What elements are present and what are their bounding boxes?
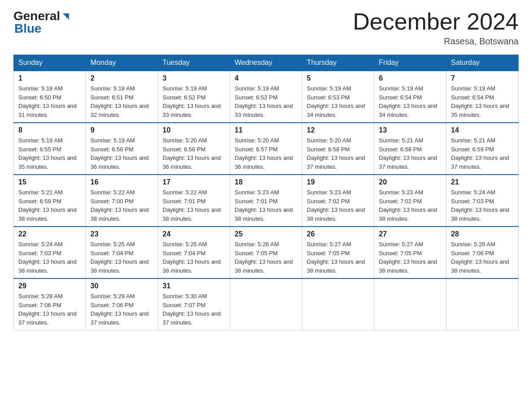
day-info: Sunrise: 5:21 AMSunset: 6:58 PMDaylight:…: [379, 137, 437, 170]
title-area: December 2024 Rasesa, Botswana: [353, 9, 519, 47]
day-info: Sunrise: 5:21 AMSunset: 6:59 PMDaylight:…: [18, 189, 77, 222]
day-number: 21: [451, 178, 514, 186]
day-info: Sunrise: 5:23 AMSunset: 7:02 PMDaylight:…: [307, 189, 365, 222]
day-info: Sunrise: 5:28 AMSunset: 7:06 PMDaylight:…: [18, 293, 77, 326]
day-number: 24: [163, 230, 225, 238]
calendar-cell: 14 Sunrise: 5:21 AMSunset: 6:59 PMDaylig…: [446, 123, 519, 175]
day-info: Sunrise: 5:20 AMSunset: 6:58 PMDaylight:…: [307, 137, 365, 170]
calendar-cell: 22 Sunrise: 5:24 AMSunset: 7:03 PMDaylig…: [14, 227, 86, 278]
day-number: 22: [18, 230, 81, 238]
day-number: 30: [90, 282, 153, 290]
calendar-cell: 21 Sunrise: 5:24 AMSunset: 7:03 PMDaylig…: [446, 175, 519, 227]
calendar-cell: [446, 278, 519, 330]
day-number: 15: [18, 178, 81, 186]
calendar-cell: 31 Sunrise: 5:30 AMSunset: 7:07 PMDaylig…: [158, 278, 230, 330]
day-info: Sunrise: 5:27 AMSunset: 7:05 PMDaylight:…: [379, 241, 437, 274]
calendar-cell: 8 Sunrise: 5:19 AMSunset: 6:55 PMDayligh…: [14, 123, 86, 175]
day-info: Sunrise: 5:22 AMSunset: 7:00 PMDaylight:…: [90, 189, 149, 222]
day-number: 6: [379, 74, 442, 82]
day-number: 25: [235, 230, 297, 238]
calendar-cell: 11 Sunrise: 5:20 AMSunset: 6:57 PMDaylig…: [230, 123, 302, 175]
calendar-cell: 7 Sunrise: 5:19 AMSunset: 6:54 PMDayligh…: [446, 71, 519, 123]
day-info: Sunrise: 5:20 AMSunset: 6:56 PMDaylight:…: [163, 137, 221, 170]
calendar-cell: 3 Sunrise: 5:19 AMSunset: 6:52 PMDayligh…: [158, 71, 230, 123]
calendar-cell: [230, 278, 302, 330]
day-info: Sunrise: 5:19 AMSunset: 6:56 PMDaylight:…: [90, 137, 149, 170]
day-number: 27: [379, 230, 442, 238]
calendar-cell: 9 Sunrise: 5:19 AMSunset: 6:56 PMDayligh…: [86, 123, 158, 175]
day-info: Sunrise: 5:18 AMSunset: 6:50 PMDaylight:…: [18, 85, 77, 118]
logo: General Blue: [13, 9, 71, 36]
week-row-3: 15 Sunrise: 5:21 AMSunset: 6:59 PMDaylig…: [14, 175, 519, 227]
page-header: General Blue December 2024 Rasesa, Botsw…: [13, 9, 519, 47]
day-info: Sunrise: 5:27 AMSunset: 7:05 PMDaylight:…: [307, 241, 365, 274]
week-row-5: 29 Sunrise: 5:28 AMSunset: 7:06 PMDaylig…: [14, 278, 519, 330]
calendar-cell: 24 Sunrise: 5:25 AMSunset: 7:04 PMDaylig…: [158, 227, 230, 278]
day-number: 17: [163, 178, 225, 186]
day-info: Sunrise: 5:21 AMSunset: 6:59 PMDaylight:…: [451, 137, 509, 170]
day-number: 4: [235, 74, 297, 82]
day-number: 26: [307, 230, 369, 238]
day-number: 13: [379, 126, 442, 134]
calendar-cell: 26 Sunrise: 5:27 AMSunset: 7:05 PMDaylig…: [302, 227, 374, 278]
logo-blue-text: Blue: [14, 21, 42, 36]
day-number: 28: [451, 230, 514, 238]
column-header-sunday: Sunday: [14, 55, 86, 71]
day-info: Sunrise: 5:25 AMSunset: 7:04 PMDaylight:…: [163, 241, 221, 274]
day-number: 3: [163, 74, 225, 82]
day-number: 7: [451, 74, 514, 82]
day-number: 19: [307, 178, 369, 186]
calendar-cell: 1 Sunrise: 5:18 AMSunset: 6:50 PMDayligh…: [14, 71, 86, 123]
day-number: 16: [90, 178, 153, 186]
calendar-header-row: SundayMondayTuesdayWednesdayThursdayFrid…: [14, 55, 519, 71]
day-info: Sunrise: 5:18 AMSunset: 6:51 PMDaylight:…: [90, 85, 149, 118]
day-number: 29: [18, 282, 81, 290]
month-title: December 2024: [353, 9, 519, 34]
logo-arrow-icon: [61, 12, 71, 21]
column-header-monday: Monday: [86, 55, 158, 71]
calendar-cell: 5 Sunrise: 5:19 AMSunset: 6:53 PMDayligh…: [302, 71, 374, 123]
day-info: Sunrise: 5:30 AMSunset: 7:07 PMDaylight:…: [163, 293, 221, 326]
calendar-cell: [302, 278, 374, 330]
day-number: 23: [90, 230, 153, 238]
day-info: Sunrise: 5:23 AMSunset: 7:02 PMDaylight:…: [379, 189, 437, 222]
day-info: Sunrise: 5:19 AMSunset: 6:52 PMDaylight:…: [235, 85, 293, 118]
location: Rasesa, Botswana: [353, 36, 519, 47]
day-info: Sunrise: 5:25 AMSunset: 7:04 PMDaylight:…: [90, 241, 149, 274]
calendar-cell: 4 Sunrise: 5:19 AMSunset: 6:52 PMDayligh…: [230, 71, 302, 123]
calendar-cell: 27 Sunrise: 5:27 AMSunset: 7:05 PMDaylig…: [374, 227, 446, 278]
week-row-2: 8 Sunrise: 5:19 AMSunset: 6:55 PMDayligh…: [14, 123, 519, 175]
calendar-cell: 29 Sunrise: 5:28 AMSunset: 7:06 PMDaylig…: [14, 278, 86, 330]
day-info: Sunrise: 5:19 AMSunset: 6:55 PMDaylight:…: [18, 137, 77, 170]
day-number: 10: [163, 126, 225, 134]
column-header-saturday: Saturday: [446, 55, 519, 71]
day-number: 20: [379, 178, 442, 186]
day-info: Sunrise: 5:19 AMSunset: 6:54 PMDaylight:…: [451, 85, 509, 118]
column-header-tuesday: Tuesday: [158, 55, 230, 71]
calendar-cell: 15 Sunrise: 5:21 AMSunset: 6:59 PMDaylig…: [14, 175, 86, 227]
calendar-cell: 20 Sunrise: 5:23 AMSunset: 7:02 PMDaylig…: [374, 175, 446, 227]
day-info: Sunrise: 5:19 AMSunset: 6:53 PMDaylight:…: [307, 85, 365, 118]
calendar-cell: 10 Sunrise: 5:20 AMSunset: 6:56 PMDaylig…: [158, 123, 230, 175]
week-row-4: 22 Sunrise: 5:24 AMSunset: 7:03 PMDaylig…: [14, 227, 519, 278]
calendar-cell: 23 Sunrise: 5:25 AMSunset: 7:04 PMDaylig…: [86, 227, 158, 278]
column-header-thursday: Thursday: [302, 55, 374, 71]
day-number: 9: [90, 126, 153, 134]
svg-marker-0: [63, 13, 69, 20]
day-info: Sunrise: 5:20 AMSunset: 6:57 PMDaylight:…: [235, 137, 293, 170]
calendar-cell: 6 Sunrise: 5:19 AMSunset: 6:54 PMDayligh…: [374, 71, 446, 123]
week-row-1: 1 Sunrise: 5:18 AMSunset: 6:50 PMDayligh…: [14, 71, 519, 123]
calendar-cell: 30 Sunrise: 5:29 AMSunset: 7:06 PMDaylig…: [86, 278, 158, 330]
day-info: Sunrise: 5:24 AMSunset: 7:03 PMDaylight:…: [451, 189, 509, 222]
calendar-cell: 17 Sunrise: 5:22 AMSunset: 7:01 PMDaylig…: [158, 175, 230, 227]
day-info: Sunrise: 5:19 AMSunset: 6:52 PMDaylight:…: [163, 85, 221, 118]
calendar-cell: 12 Sunrise: 5:20 AMSunset: 6:58 PMDaylig…: [302, 123, 374, 175]
day-number: 11: [235, 126, 297, 134]
day-info: Sunrise: 5:24 AMSunset: 7:03 PMDaylight:…: [18, 241, 77, 274]
day-info: Sunrise: 5:22 AMSunset: 7:01 PMDaylight:…: [163, 189, 221, 222]
calendar-cell: 16 Sunrise: 5:22 AMSunset: 7:00 PMDaylig…: [86, 175, 158, 227]
calendar-cell: 13 Sunrise: 5:21 AMSunset: 6:58 PMDaylig…: [374, 123, 446, 175]
column-header-wednesday: Wednesday: [230, 55, 302, 71]
day-number: 8: [18, 126, 81, 134]
day-number: 31: [163, 282, 225, 290]
